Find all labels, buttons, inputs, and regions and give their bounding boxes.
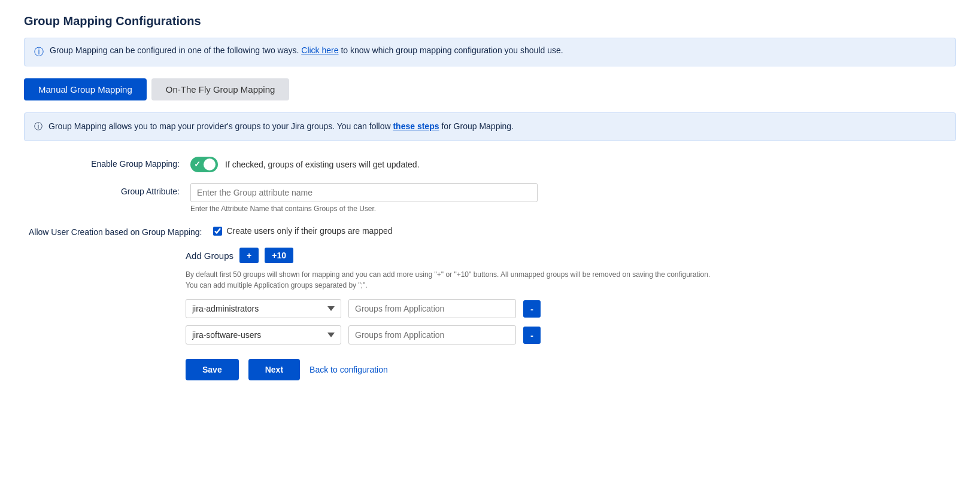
page-title: Group Mapping Configurations	[24, 14, 956, 28]
group-attribute-row: Group Attribute: Enter the Attribute Nam…	[29, 183, 956, 213]
tab-group: Manual Group Mapping On-The Fly Group Ma…	[24, 78, 956, 100]
add-group-plus-button[interactable]: +	[239, 248, 259, 263]
remove-group-row-1-button[interactable]: -	[523, 300, 541, 318]
info-banner-2-text: Group Mapping allows you to map your pro…	[48, 121, 514, 131]
group-attribute-hint: Enter the Attribute Name that contains G…	[190, 205, 956, 213]
add-groups-header: Add Groups + +10	[186, 248, 956, 263]
enable-group-mapping-row: Enable Group Mapping: ✓ If checked, grou…	[29, 155, 956, 172]
info-banner-1-text: Group Mapping can be configured in one o…	[50, 45, 563, 55]
add-groups-label: Add Groups	[186, 251, 233, 261]
group-select-1[interactable]: jira-administrators jira-software-users	[186, 299, 341, 318]
allow-user-creation-checkbox-label: Create users only if their groups are ma…	[227, 226, 393, 236]
bottom-actions: Save Next Back to configuration	[24, 359, 956, 380]
add-groups-hint-line2: You can add multiple Application groups …	[186, 280, 754, 291]
allow-user-creation-row: Allow User Creation based on Group Mappi…	[29, 224, 956, 237]
remove-group-row-2-button[interactable]: -	[523, 327, 541, 344]
toggle-checkmark: ✓	[194, 160, 201, 169]
info-icon-2: ⓘ	[34, 121, 43, 132]
back-to-configuration-link[interactable]: Back to configuration	[310, 365, 388, 374]
group-input-2[interactable]	[348, 325, 516, 344]
group-attribute-control: Enter the Attribute Name that contains G…	[190, 183, 956, 213]
group-mapping-toggle[interactable]: ✓	[190, 157, 218, 172]
form-section: Enable Group Mapping: ✓ If checked, grou…	[24, 155, 956, 237]
enable-group-mapping-control: ✓ If checked, groups of existing users w…	[190, 155, 956, 172]
add-groups-hint-line1: By default first 50 groups will shown fo…	[186, 269, 754, 280]
allow-user-creation-checkbox[interactable]	[213, 227, 222, 236]
info-banner-1: ⓘ Group Mapping can be configured in one…	[24, 38, 956, 66]
add-groups-hint: By default first 50 groups will shown fo…	[186, 269, 754, 291]
group-attribute-input[interactable]	[190, 183, 538, 202]
click-here-link[interactable]: Click here	[301, 45, 338, 55]
add-group-plus10-button[interactable]: +10	[265, 248, 293, 263]
these-steps-link[interactable]: these steps	[393, 121, 439, 131]
tab-manual-group-mapping[interactable]: Manual Group Mapping	[24, 78, 147, 100]
info-icon-1: ⓘ	[34, 46, 44, 59]
group-mapping-row-1: jira-administrators jira-software-users …	[186, 299, 956, 318]
group-input-1[interactable]	[348, 299, 516, 318]
group-select-2[interactable]: jira-administrators jira-software-users	[186, 325, 341, 344]
save-button[interactable]: Save	[186, 359, 239, 380]
group-mapping-row-2: jira-administrators jira-software-users …	[186, 325, 956, 344]
info-banner-2: ⓘ Group Mapping allows you to map your p…	[24, 112, 956, 141]
toggle-row: ✓ If checked, groups of existing users w…	[190, 155, 956, 172]
add-groups-section: Add Groups + +10 By default first 50 gro…	[24, 248, 956, 344]
group-attribute-label: Group Attribute:	[29, 183, 190, 196]
toggle-description: If checked, groups of existing users wil…	[225, 160, 420, 169]
next-button[interactable]: Next	[248, 359, 300, 380]
allow-user-creation-control: Create users only if their groups are ma…	[213, 224, 957, 236]
checkbox-row: Create users only if their groups are ma…	[213, 224, 957, 236]
tab-onthefly-group-mapping[interactable]: On-The Fly Group Mapping	[151, 78, 290, 100]
allow-user-creation-label: Allow User Creation based on Group Mappi…	[29, 224, 213, 237]
toggle-slider: ✓	[190, 157, 218, 172]
enable-group-mapping-label: Enable Group Mapping:	[29, 155, 190, 169]
